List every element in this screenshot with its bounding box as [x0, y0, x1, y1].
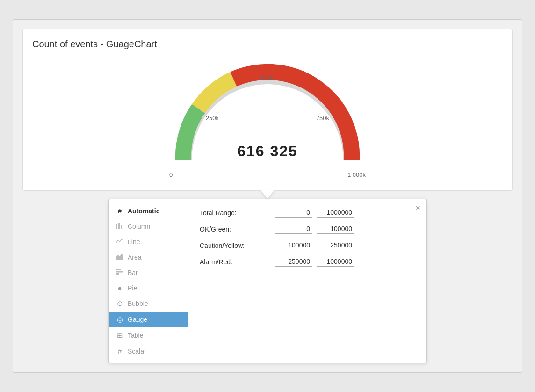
alarm-red-min-input[interactable] — [275, 257, 312, 267]
sidebar-item-bubble[interactable]: ⊙ Bubble — [109, 296, 188, 312]
gauge-icon: ◎ — [116, 315, 124, 324]
chart-title: Count of events - GuageChart — [32, 39, 503, 50]
svg-rect-10 — [116, 273, 119, 275]
svg-text:250k: 250k — [206, 115, 219, 122]
gauge-labels: 0 1 000k — [169, 171, 366, 178]
ok-green-label: OK/Green: — [200, 225, 270, 233]
alarm-red-max-input[interactable] — [317, 257, 354, 267]
ok-green-min-input[interactable] — [275, 224, 312, 234]
caution-yellow-max-input[interactable] — [317, 240, 354, 250]
column-icon — [116, 222, 124, 230]
sidebar-item-table[interactable]: ⊞ Table — [109, 327, 188, 343]
pie-icon: ● — [116, 284, 124, 292]
close-button[interactable]: × — [415, 204, 420, 212]
svg-marker-7 — [116, 254, 123, 260]
sidebar-item-gauge[interactable]: ◎ Gauge — [109, 312, 188, 327]
svg-rect-6 — [121, 225, 122, 229]
sidebar-item-scalar[interactable]: # Scalar — [109, 343, 188, 359]
sidebar-item-area[interactable]: Area — [109, 249, 188, 265]
svg-text:500k: 500k — [261, 75, 275, 82]
ok-green-max-input[interactable] — [317, 224, 354, 234]
gauge-container: 500k 250k 750k 616 325 0 1 000k — [32, 57, 503, 183]
svg-rect-4 — [116, 224, 117, 229]
sidebar-item-pie[interactable]: ● Pie — [109, 280, 188, 296]
chart-card: Count of events - GuageChart — [22, 29, 513, 191]
caution-yellow-row: Caution/Yellow: — [200, 240, 415, 250]
area-icon — [116, 253, 124, 261]
popup-panel: # Automatic Column Line — [108, 199, 427, 363]
bubble-icon: ⊙ — [116, 299, 124, 308]
svg-rect-9 — [116, 271, 123, 273]
gauge-label-0: 0 — [169, 171, 173, 178]
ok-green-row: OK/Green: — [200, 224, 415, 234]
sidebar-item-line[interactable]: Line — [109, 234, 188, 249]
gauge-svg-wrapper: 500k 250k 750k 616 325 — [160, 57, 375, 169]
total-range-label: Total Range: — [200, 209, 270, 217]
table-icon: ⊞ — [116, 331, 124, 340]
gauge-value: 616 325 — [237, 143, 298, 160]
main-container: Count of events - GuageChart — [13, 19, 522, 373]
sidebar-item-automatic[interactable]: # Automatic — [109, 203, 188, 218]
sidebar-item-bar[interactable]: Bar — [109, 265, 188, 280]
total-range-row: Total Range: — [200, 208, 415, 218]
automatic-icon: # — [116, 207, 124, 215]
total-range-max-input[interactable] — [317, 208, 354, 218]
dropdown-arrow — [261, 190, 274, 199]
svg-rect-8 — [116, 269, 121, 270]
alarm-red-label: Alarm/Red: — [200, 258, 270, 266]
total-range-min-input[interactable] — [275, 208, 312, 218]
caution-yellow-min-input[interactable] — [275, 240, 312, 250]
caution-yellow-label: Caution/Yellow: — [200, 242, 270, 249]
bar-icon — [116, 269, 124, 276]
svg-rect-5 — [118, 223, 120, 229]
gauge-label-1000k: 1 000k — [347, 171, 366, 178]
line-icon — [116, 238, 124, 246]
settings-panel: × Total Range: OK/Green: Caution/Yellow: — [188, 199, 426, 363]
sidebar-item-column[interactable]: Column — [109, 218, 188, 234]
sidebar: # Automatic Column Line — [109, 199, 188, 363]
scalar-icon: # — [116, 347, 124, 355]
svg-text:750k: 750k — [316, 115, 330, 122]
alarm-red-row: Alarm/Red: — [200, 257, 415, 267]
